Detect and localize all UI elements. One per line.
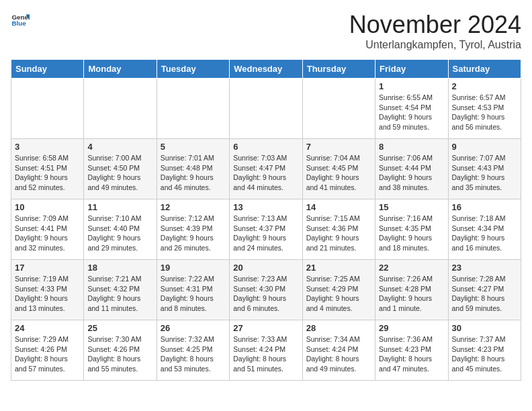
day-info: Sunrise: 7:13 AM Sunset: 4:37 PM Dayligh… [233,214,298,253]
day-info: Sunrise: 7:22 AM Sunset: 4:31 PM Dayligh… [161,274,226,314]
calendar-cell: 12Sunrise: 7:12 AM Sunset: 4:39 PM Dayli… [157,199,229,260]
day-number: 2 [452,81,517,91]
day-info: Sunrise: 7:06 AM Sunset: 4:44 PM Dayligh… [379,153,444,193]
calendar-cell: 22Sunrise: 7:26 AM Sunset: 4:28 PM Dayli… [375,260,448,320]
day-number: 22 [379,263,444,273]
calendar-cell: 18Sunrise: 7:21 AM Sunset: 4:32 PM Dayli… [84,260,157,320]
day-info: Sunrise: 7:09 AM Sunset: 4:41 PM Dayligh… [15,214,80,253]
column-header-monday: Monday [84,60,157,79]
day-info: Sunrise: 6:55 AM Sunset: 4:54 PM Dayligh… [379,93,444,132]
logo-icon: General Blue [11,11,30,30]
day-info: Sunrise: 7:10 AM Sunset: 4:40 PM Dayligh… [87,214,152,253]
calendar-title: November 2024 Unterlangkampfen, Tyrol, A… [349,11,521,51]
calendar-cell [302,79,375,139]
day-number: 17 [15,263,80,273]
calendar-week-row: 17Sunrise: 7:19 AM Sunset: 4:33 PM Dayli… [11,260,521,320]
day-info: Sunrise: 7:00 AM Sunset: 4:50 PM Dayligh… [87,153,152,193]
day-number: 28 [306,323,371,333]
calendar-cell: 30Sunrise: 7:37 AM Sunset: 4:23 PM Dayli… [448,320,521,381]
day-info: Sunrise: 6:58 AM Sunset: 4:51 PM Dayligh… [15,153,80,193]
calendar-cell: 5Sunrise: 7:01 AM Sunset: 4:48 PM Daylig… [157,139,229,199]
day-number: 25 [87,323,152,333]
calendar-week-row: 10Sunrise: 7:09 AM Sunset: 4:41 PM Dayli… [11,199,521,260]
day-number: 16 [452,202,517,212]
day-info: Sunrise: 7:16 AM Sunset: 4:35 PM Dayligh… [379,214,444,253]
day-info: Sunrise: 7:12 AM Sunset: 4:39 PM Dayligh… [161,214,226,253]
day-info: Sunrise: 7:03 AM Sunset: 4:47 PM Dayligh… [233,153,298,193]
logo: General Blue [11,11,30,30]
day-info: Sunrise: 7:25 AM Sunset: 4:29 PM Dayligh… [306,274,371,314]
calendar-cell: 7Sunrise: 7:04 AM Sunset: 4:45 PM Daylig… [302,139,375,199]
day-info: Sunrise: 7:04 AM Sunset: 4:45 PM Dayligh… [306,153,371,193]
day-number: 19 [161,263,226,273]
day-number: 5 [161,142,226,152]
column-header-friday: Friday [375,60,448,79]
calendar-cell: 6Sunrise: 7:03 AM Sunset: 4:47 PM Daylig… [230,139,302,199]
calendar-cell [11,79,84,139]
calendar-cell: 28Sunrise: 7:34 AM Sunset: 4:24 PM Dayli… [302,320,375,381]
calendar-cell [230,79,302,139]
day-number: 24 [15,323,80,333]
day-number: 30 [452,323,517,333]
calendar-cell: 11Sunrise: 7:10 AM Sunset: 4:40 PM Dayli… [84,199,157,260]
day-info: Sunrise: 7:36 AM Sunset: 4:23 PM Dayligh… [379,334,444,374]
day-number: 14 [306,202,371,212]
day-info: Sunrise: 6:57 AM Sunset: 4:53 PM Dayligh… [452,93,517,132]
calendar-cell [157,79,229,139]
day-info: Sunrise: 7:29 AM Sunset: 4:26 PM Dayligh… [15,334,80,374]
calendar-cell: 27Sunrise: 7:33 AM Sunset: 4:24 PM Dayli… [230,320,302,381]
day-info: Sunrise: 7:28 AM Sunset: 4:27 PM Dayligh… [452,274,517,314]
day-info: Sunrise: 7:15 AM Sunset: 4:36 PM Dayligh… [306,214,371,253]
calendar-cell: 15Sunrise: 7:16 AM Sunset: 4:35 PM Dayli… [375,199,448,260]
day-number: 8 [379,142,444,152]
column-header-wednesday: Wednesday [230,60,302,79]
calendar-week-row: 24Sunrise: 7:29 AM Sunset: 4:26 PM Dayli… [11,320,521,381]
day-info: Sunrise: 7:23 AM Sunset: 4:30 PM Dayligh… [233,274,298,314]
calendar-cell: 20Sunrise: 7:23 AM Sunset: 4:30 PM Dayli… [230,260,302,320]
day-info: Sunrise: 7:32 AM Sunset: 4:25 PM Dayligh… [161,334,226,374]
calendar-header-row: SundayMondayTuesdayWednesdayThursdayFrid… [11,60,521,79]
calendar-cell: 29Sunrise: 7:36 AM Sunset: 4:23 PM Dayli… [375,320,448,381]
calendar-cell: 21Sunrise: 7:25 AM Sunset: 4:29 PM Dayli… [302,260,375,320]
day-number: 18 [87,263,152,273]
day-number: 12 [161,202,226,212]
day-info: Sunrise: 7:21 AM Sunset: 4:32 PM Dayligh… [87,274,152,314]
calendar-cell: 1Sunrise: 6:55 AM Sunset: 4:54 PM Daylig… [375,79,448,139]
day-number: 1 [379,81,444,91]
calendar-cell: 8Sunrise: 7:06 AM Sunset: 4:44 PM Daylig… [375,139,448,199]
day-info: Sunrise: 7:33 AM Sunset: 4:24 PM Dayligh… [233,334,298,374]
day-info: Sunrise: 7:30 AM Sunset: 4:26 PM Dayligh… [87,334,152,374]
calendar-week-row: 1Sunrise: 6:55 AM Sunset: 4:54 PM Daylig… [11,79,521,139]
calendar-cell: 9Sunrise: 7:07 AM Sunset: 4:43 PM Daylig… [448,139,521,199]
calendar-cell [84,79,157,139]
column-header-thursday: Thursday [302,60,375,79]
calendar-cell: 3Sunrise: 6:58 AM Sunset: 4:51 PM Daylig… [11,139,84,199]
day-number: 13 [233,202,298,212]
month-year: November 2024 [349,11,521,39]
calendar-cell: 23Sunrise: 7:28 AM Sunset: 4:27 PM Dayli… [448,260,521,320]
day-info: Sunrise: 7:19 AM Sunset: 4:33 PM Dayligh… [15,274,80,314]
day-number: 10 [15,202,80,212]
calendar-cell: 10Sunrise: 7:09 AM Sunset: 4:41 PM Dayli… [11,199,84,260]
day-number: 27 [233,323,298,333]
day-info: Sunrise: 7:37 AM Sunset: 4:23 PM Dayligh… [452,334,517,374]
calendar-cell: 24Sunrise: 7:29 AM Sunset: 4:26 PM Dayli… [11,320,84,381]
calendar-week-row: 3Sunrise: 6:58 AM Sunset: 4:51 PM Daylig… [11,139,521,199]
day-info: Sunrise: 7:26 AM Sunset: 4:28 PM Dayligh… [379,274,444,314]
day-number: 20 [233,263,298,273]
day-number: 26 [161,323,226,333]
calendar-cell: 2Sunrise: 6:57 AM Sunset: 4:53 PM Daylig… [448,79,521,139]
day-number: 6 [233,142,298,152]
day-number: 4 [87,142,152,152]
page-header: General Blue November 2024 Unterlangkamp… [11,11,521,51]
calendar-cell: 19Sunrise: 7:22 AM Sunset: 4:31 PM Dayli… [157,260,229,320]
day-number: 9 [452,142,517,152]
column-header-sunday: Sunday [11,60,84,79]
day-number: 3 [15,142,80,152]
day-number: 29 [379,323,444,333]
day-info: Sunrise: 7:34 AM Sunset: 4:24 PM Dayligh… [306,334,371,374]
day-info: Sunrise: 7:18 AM Sunset: 4:34 PM Dayligh… [452,214,517,253]
calendar-cell: 25Sunrise: 7:30 AM Sunset: 4:26 PM Dayli… [84,320,157,381]
svg-text:Blue: Blue [11,19,26,27]
day-number: 23 [452,263,517,273]
